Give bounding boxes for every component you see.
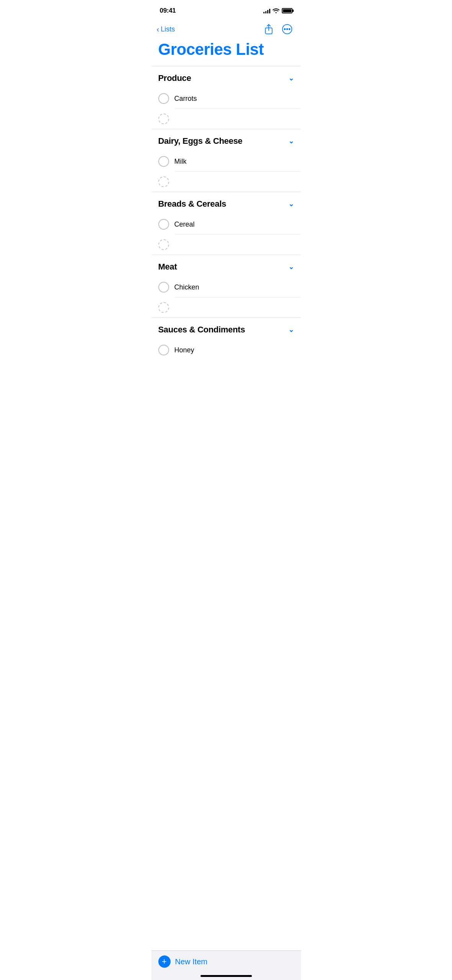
list-item-produce-placeholder — [151, 109, 301, 129]
chevron-down-icon-sauces: ⌄ — [288, 326, 294, 334]
item-label-chicken: Chicken — [174, 283, 199, 291]
item-label-cereal: Cereal — [174, 220, 195, 229]
page-title-container: Groceries List — [151, 39, 301, 66]
section-header-meat[interactable]: Meat ⌄ — [151, 255, 301, 277]
section-title-breads: Breads & Cereals — [158, 199, 226, 209]
item-checkbox-carrots[interactable] — [158, 93, 169, 104]
back-label: Lists — [161, 25, 175, 33]
list-item-chicken: Chicken — [151, 277, 301, 297]
status-time: 09:41 — [160, 7, 176, 15]
signal-icon — [263, 8, 270, 13]
content-area: Produce ⌄ Carrots Dairy, Eggs & Cheese ⌄… — [151, 66, 301, 398]
battery-icon — [282, 8, 293, 13]
chevron-down-icon-breads: ⌄ — [288, 200, 294, 208]
status-icons — [263, 8, 293, 13]
item-checkbox-milk[interactable] — [158, 156, 169, 167]
section-header-dairy[interactable]: Dairy, Eggs & Cheese ⌄ — [151, 129, 301, 151]
section-title-meat: Meat — [158, 262, 177, 272]
more-button[interactable] — [280, 22, 294, 36]
list-item-meat-placeholder — [151, 298, 301, 317]
list-item-cereal: Cereal — [151, 214, 301, 234]
section-dairy: Dairy, Eggs & Cheese ⌄ Milk — [151, 129, 301, 192]
item-label-carrots: Carrots — [174, 95, 197, 103]
section-title-produce: Produce — [158, 73, 191, 83]
svg-point-2 — [284, 28, 285, 30]
nav-bar: ‹ Lists — [151, 19, 301, 39]
status-bar: 09:41 — [151, 0, 301, 19]
item-label-honey: Honey — [174, 346, 194, 354]
section-sauces: Sauces & Condiments ⌄ Honey — [151, 317, 301, 360]
list-item-milk: Milk — [151, 151, 301, 171]
section-breads: Breads & Cereals ⌄ Cereal — [151, 192, 301, 255]
back-chevron-icon: ‹ — [157, 25, 159, 33]
nav-actions — [262, 22, 294, 36]
list-item-carrots: Carrots — [151, 89, 301, 109]
list-item-honey: Honey — [151, 340, 301, 360]
section-header-produce[interactable]: Produce ⌄ — [151, 66, 301, 89]
chevron-down-icon-meat: ⌄ — [288, 263, 294, 271]
list-item-dairy-placeholder — [151, 172, 301, 192]
list-item-breads-placeholder — [151, 235, 301, 255]
section-header-sauces[interactable]: Sauces & Condiments ⌄ — [151, 318, 301, 340]
section-produce: Produce ⌄ Carrots — [151, 66, 301, 129]
wifi-icon — [273, 8, 279, 13]
item-checkbox-produce-new[interactable] — [158, 113, 169, 124]
chevron-down-icon-dairy: ⌄ — [288, 137, 294, 145]
section-meat: Meat ⌄ Chicken — [151, 255, 301, 317]
section-header-breads[interactable]: Breads & Cereals ⌄ — [151, 192, 301, 214]
item-checkbox-dairy-new[interactable] — [158, 176, 169, 187]
section-title-dairy: Dairy, Eggs & Cheese — [158, 136, 243, 146]
svg-point-4 — [289, 28, 290, 30]
item-checkbox-breads-new[interactable] — [158, 239, 169, 250]
page-title: Groceries List — [158, 41, 294, 58]
item-checkbox-meat-new[interactable] — [158, 302, 169, 313]
svg-point-3 — [286, 28, 288, 30]
share-button[interactable] — [262, 22, 276, 36]
back-button[interactable]: ‹ Lists — [157, 25, 175, 33]
section-title-sauces: Sauces & Condiments — [158, 325, 245, 335]
item-checkbox-honey[interactable] — [158, 345, 169, 355]
item-checkbox-chicken[interactable] — [158, 282, 169, 293]
chevron-down-icon-produce: ⌄ — [288, 74, 294, 82]
item-label-milk: Milk — [174, 158, 187, 166]
item-checkbox-cereal[interactable] — [158, 219, 169, 230]
